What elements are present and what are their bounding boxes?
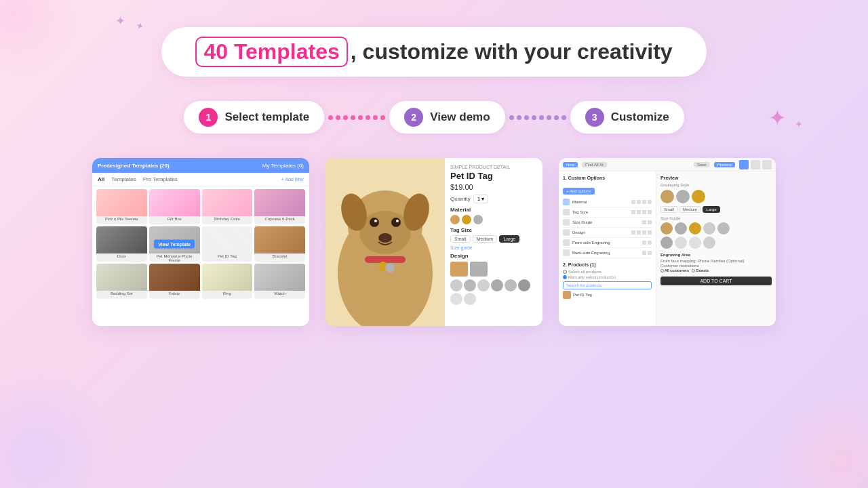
ss1-grid: Pick n Mix Sweets Gift Box Birthday Cake… [92, 186, 309, 302]
template-item-8[interactable]: Bracelet [254, 226, 305, 262]
ss3-toolbar-icon-2 [751, 160, 760, 169]
template-item-12[interactable]: Watch [254, 264, 305, 299]
ss2-design-2[interactable] [464, 279, 476, 291]
template-item-9[interactable]: Bedding Set [96, 264, 147, 299]
ss3-design-circle-7[interactable] [675, 237, 687, 249]
ss2-size-medium[interactable]: Medium [473, 235, 498, 243]
svg-point-6 [370, 218, 379, 227]
ss3-edit-icon-3[interactable] [642, 220, 646, 224]
ss1-tab-templates[interactable]: Templates [111, 176, 136, 182]
ss3-design-circle-5[interactable] [717, 222, 730, 235]
ss3-findall-btn[interactable]: Find All At [582, 162, 607, 167]
ss2-design-6[interactable] [518, 279, 530, 291]
ss2-size-large[interactable]: Large [499, 235, 519, 243]
ss3-delete-icon-5[interactable] [648, 241, 652, 245]
template-item-6[interactable]: View Template Pet Memorial Photo Frame [149, 226, 200, 262]
step-2-pill[interactable]: 2 View demo [389, 101, 505, 134]
template-item-11[interactable]: Ring [202, 264, 253, 299]
ss3-preview-btn[interactable]: Preview [714, 162, 735, 167]
ss3-copy-icon-1[interactable] [642, 200, 646, 204]
ss3-copy-icon-2[interactable] [642, 210, 646, 214]
ss3-search-products[interactable]: Search for products [563, 281, 652, 289]
ss3-copy-icon-4[interactable] [642, 230, 646, 235]
ss3-option-label-4: Design [572, 230, 629, 235]
step-3-pill[interactable]: 3 Customize [570, 101, 684, 134]
ss2-material-rose-gold[interactable] [450, 215, 460, 224]
ss3-option-label-3: Size Guide [572, 220, 639, 224]
ss3-design-circle-8[interactable] [689, 237, 701, 249]
ss1-add-filter[interactable]: + Add filter [281, 177, 304, 182]
ss2-design-1[interactable] [450, 279, 462, 291]
ss3-design-circle-6[interactable] [660, 237, 673, 249]
ss3-preview-swatch-2[interactable] [676, 190, 690, 203]
template-thumb-3 [202, 189, 253, 216]
ss3-delete-icon-4[interactable] [637, 230, 641, 235]
ss3-edit-icon-4[interactable] [631, 230, 635, 235]
ss3-delete-icon-6[interactable] [648, 251, 652, 255]
ss2-thumb-2[interactable] [470, 262, 488, 277]
ss3-radio-all-customers[interactable]: All customers [660, 268, 689, 272]
template-item-2[interactable]: Gift Box [149, 189, 200, 224]
ss3-sidebar: 1. Custom Options + Add options Material [559, 171, 656, 326]
ss3-delete-icon-1[interactable] [637, 200, 641, 204]
ss3-delete-icon-3[interactable] [648, 220, 652, 224]
ss2-size-guide[interactable]: Size guide [450, 245, 537, 250]
ss2-quantity-box[interactable]: 1 ▾ [473, 195, 489, 203]
ss3-new-btn[interactable]: New [563, 162, 578, 167]
ss1-tab-pro[interactable]: Pro Templates [143, 176, 178, 182]
template-item-5[interactable]: Door [96, 226, 147, 262]
ss3-design-circle-3[interactable] [689, 222, 701, 235]
template-thumb-8 [254, 226, 305, 253]
template-item-3[interactable]: Birthday Cake [202, 189, 253, 224]
ss2-quantity-label: Quantity [450, 196, 471, 202]
ss3-more-icon-4[interactable] [648, 230, 652, 235]
ss2-design-5[interactable] [505, 279, 517, 291]
ss3-option-actions-3 [642, 220, 652, 224]
step-1-pill[interactable]: 1 Select template [184, 101, 324, 134]
ss3-design-circle-2[interactable] [675, 222, 687, 235]
ss1-tab-all[interactable]: All [98, 176, 104, 182]
view-template-btn[interactable]: View Template [154, 240, 195, 249]
template-item-4[interactable]: Cupcake 6-Pack [254, 189, 305, 224]
ss3-design-circle-1[interactable] [660, 222, 673, 235]
ss2-thumb-1[interactable] [450, 262, 468, 277]
ss3-size-btn-medium[interactable]: Medium [679, 206, 701, 213]
ss3-edit-icon-5[interactable] [642, 241, 646, 245]
ss2-product-price: $19.00 [450, 183, 537, 191]
ss2-design-8[interactable] [464, 293, 476, 305]
template-label-9: Bedding Set [96, 291, 147, 296]
template-item-7[interactable]: Pet ID Tag [202, 226, 253, 262]
ss2-size-small[interactable]: Small [450, 235, 471, 243]
ss3-radio-guests[interactable]: Guests [692, 268, 709, 272]
ss1-header-label: Predesigned Templates (20) [98, 163, 170, 169]
ss3-preview-swatch-3[interactable] [692, 190, 705, 203]
ss3-add-to-cart-btn[interactable]: ADD TO CART [660, 277, 772, 285]
step-2-number: 2 [404, 108, 423, 127]
ss3-more-icon-1[interactable] [648, 200, 652, 204]
ss3-size-btn-large[interactable]: Large [703, 206, 719, 213]
template-item-1[interactable]: Pick n Mix Sweets [96, 189, 147, 224]
ss3-size-btn-small[interactable]: Small [660, 206, 677, 213]
ss3-radio-all[interactable]: Select all products [563, 270, 652, 274]
template-thumb-2 [149, 189, 200, 216]
ss3-edit-icon-2[interactable] [631, 210, 635, 214]
ss3-design-circle-9[interactable] [703, 237, 715, 249]
ss3-delete-icon-2[interactable] [637, 210, 641, 214]
template-item-10[interactable]: Fabric [149, 264, 200, 299]
ss3-more-icon-2[interactable] [648, 210, 652, 214]
ss3-option-label-2: Tag Size [572, 210, 629, 214]
ss3-save-btn[interactable]: Save [694, 162, 710, 167]
ss2-design-4[interactable] [491, 279, 503, 291]
ss3-option-row-2: Tag Size [563, 207, 652, 218]
ss2-design-7[interactable] [450, 293, 462, 305]
ss3-preview-swatch-1[interactable] [660, 190, 674, 203]
ss2-material-gold[interactable] [462, 215, 471, 224]
ss2-material-silver[interactable] [473, 215, 483, 224]
ss3-edit-icon-1[interactable] [631, 200, 635, 204]
svg-point-3 [359, 211, 411, 254]
ss3-option-label-1: Material [572, 200, 629, 204]
ss2-design-3[interactable] [477, 279, 490, 291]
ss3-edit-icon-6[interactable] [642, 251, 646, 255]
ss3-radio-manual[interactable]: Manually select product(s) [563, 275, 652, 279]
ss3-design-circle-4[interactable] [703, 222, 715, 235]
